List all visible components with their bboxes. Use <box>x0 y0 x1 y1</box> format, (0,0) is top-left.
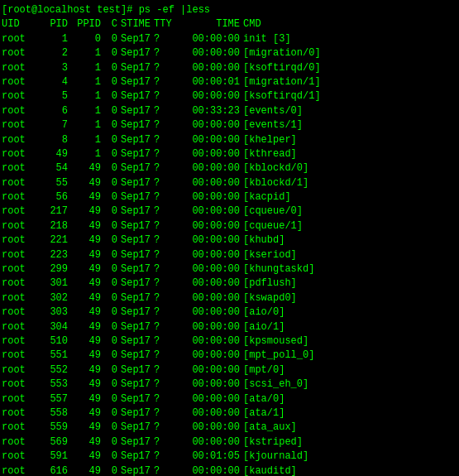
cell-stime: Sep17 <box>119 320 154 334</box>
cell-time: 00:00:00 <box>177 291 243 305</box>
cell-uid: root <box>2 450 36 464</box>
cell-time: 00:00:00 <box>177 334 243 349</box>
cell-uid: root <box>2 392 36 406</box>
cell-tty: ? <box>154 305 177 320</box>
cell-cmd: [khubd] <box>243 233 284 248</box>
table-row: root100Sep17?00:00:00init [3] <box>2 32 457 46</box>
cell-c: 0 <box>104 233 119 248</box>
cell-stime: Sep17 <box>119 406 154 421</box>
cell-ppid: 1 <box>71 75 104 89</box>
cell-time: 00:00:00 <box>177 363 243 377</box>
cell-c: 0 <box>104 75 119 89</box>
cell-tty: ? <box>154 320 177 334</box>
cell-ppid: 1 <box>71 104 104 118</box>
terminal: [root@localhost test]# ps -ef |less UID … <box>0 0 459 476</box>
cell-time: 00:00:00 <box>177 118 243 132</box>
cell-time: 00:00:00 <box>177 248 243 262</box>
cell-stime: Sep17 <box>119 450 154 464</box>
cell-stime: Sep17 <box>119 305 154 320</box>
header-line: UID PID PPID C STIME TTY TIME CMD <box>2 17 457 31</box>
table-row: root410Sep17?00:00:01[migration/1] <box>2 75 457 89</box>
cell-c: 0 <box>104 161 119 175</box>
cell-ppid: 49 <box>71 363 104 377</box>
cell-c: 0 <box>104 334 119 349</box>
cell-cmd: [khungtaskd] <box>243 262 314 276</box>
cell-tty: ? <box>154 435 177 450</box>
cell-pid: 4 <box>36 75 71 89</box>
cell-pid: 6 <box>36 104 71 118</box>
cell-stime: Sep17 <box>119 89 154 103</box>
cell-time: 00:00:00 <box>177 464 243 477</box>
cell-pid: 3 <box>36 61 71 75</box>
cell-ppid: 1 <box>71 133 104 147</box>
cell-tty: ? <box>154 118 177 132</box>
table-row: root616490Sep17?00:00:00[kauditd] <box>2 464 457 477</box>
cell-cmd: [migration/1] <box>243 75 321 89</box>
cell-tty: ? <box>154 204 177 219</box>
cell-ppid: 49 <box>71 421 104 435</box>
cell-tty: ? <box>154 104 177 118</box>
cell-uid: root <box>2 176 36 190</box>
cell-uid: root <box>2 291 36 305</box>
cell-tty: ? <box>154 276 177 291</box>
cell-stime: Sep17 <box>119 377 154 392</box>
cell-time: 00:00:00 <box>177 176 243 190</box>
cell-tty: ? <box>154 406 177 421</box>
cell-tty: ? <box>154 349 177 363</box>
cell-pid: 7 <box>36 118 71 132</box>
cell-tty: ? <box>154 161 177 175</box>
cell-pid: 5 <box>36 89 71 103</box>
cell-time: 00:00:00 <box>177 233 243 248</box>
cell-uid: root <box>2 276 36 291</box>
cell-ppid: 49 <box>71 233 104 248</box>
header-ppid: PPID <box>71 17 104 31</box>
cell-cmd: [migration/0] <box>243 46 321 60</box>
cell-time: 00:00:00 <box>177 190 243 204</box>
cell-tty: ? <box>154 450 177 464</box>
cell-cmd: [kjournald] <box>243 450 308 464</box>
cell-c: 0 <box>104 305 119 320</box>
cell-time: 00:00:00 <box>177 349 243 363</box>
cell-stime: Sep17 <box>119 276 154 291</box>
cell-pid: 510 <box>36 334 71 349</box>
table-row: root299490Sep17?00:00:00[khungtaskd] <box>2 262 457 276</box>
cell-cmd: [kacpid] <box>243 190 291 204</box>
cell-time: 00:00:00 <box>177 305 243 320</box>
cell-stime: Sep17 <box>119 75 154 89</box>
cell-c: 0 <box>104 291 119 305</box>
table-row: root510Sep17?00:00:00[ksoftirqd/1] <box>2 89 457 103</box>
cell-c: 0 <box>104 61 119 75</box>
cell-ppid: 49 <box>71 176 104 190</box>
cell-tty: ? <box>154 233 177 248</box>
table-row: root559490Sep17?00:00:00[ata_aux] <box>2 421 457 435</box>
table-row: root553490Sep17?00:00:00[scsi_eh_0] <box>2 377 457 392</box>
prompt-text: [root@localhost test]# ps -ef |less <box>2 3 210 17</box>
cell-pid: 2 <box>36 46 71 60</box>
table-row: root54490Sep17?00:00:00[kblockd/0] <box>2 161 457 175</box>
cell-pid: 55 <box>36 176 71 190</box>
cell-uid: root <box>2 32 36 46</box>
cell-ppid: 1 <box>71 89 104 103</box>
cell-uid: root <box>2 435 36 450</box>
cell-ppid: 49 <box>71 320 104 334</box>
table-row: root4910Sep17?00:00:00[kthread] <box>2 147 457 161</box>
cell-uid: root <box>2 161 36 175</box>
cell-tty: ? <box>154 248 177 262</box>
cell-stime: Sep17 <box>119 147 154 161</box>
cell-time: 00:00:00 <box>177 219 243 233</box>
table-row: root304490Sep17?00:00:00[aio/1] <box>2 320 457 334</box>
cell-cmd: [scsi_eh_0] <box>243 377 308 392</box>
cell-ppid: 1 <box>71 118 104 132</box>
cell-stime: Sep17 <box>119 204 154 219</box>
table-row: root221490Sep17?00:00:00[khubd] <box>2 233 457 248</box>
cell-uid: root <box>2 334 36 349</box>
cell-pid: 217 <box>36 204 71 219</box>
table-row: root710Sep17?00:00:00[events/1] <box>2 118 457 132</box>
cell-time: 00:00:00 <box>177 392 243 406</box>
cell-uid: root <box>2 233 36 248</box>
cell-time: 00:00:00 <box>177 320 243 334</box>
cell-pid: 616 <box>36 464 71 477</box>
cell-time: 00:00:00 <box>177 133 243 147</box>
cell-pid: 559 <box>36 421 71 435</box>
cell-stime: Sep17 <box>119 392 154 406</box>
